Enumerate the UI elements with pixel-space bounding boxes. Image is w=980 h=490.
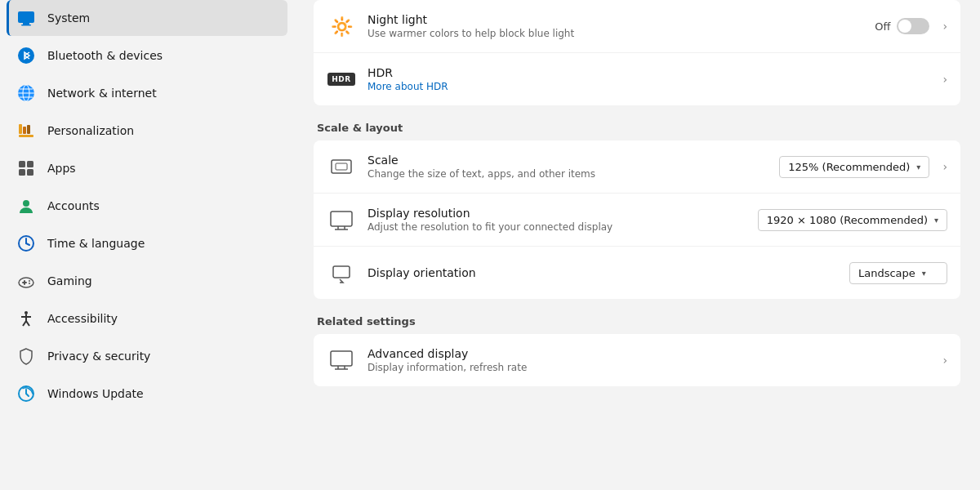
scale-text: Scale Change the size of text, apps, and…: [368, 154, 779, 180]
sidebar-item-bluetooth[interactable]: Bluetooth & devices: [7, 38, 287, 74]
night-light-chevron: ›: [942, 20, 947, 33]
sidebar-item-accessibility[interactable]: Accessibility: [7, 301, 287, 336]
hdr-title: HDR: [368, 66, 936, 79]
top-card: 🔆 Night light Use warmer colors to help …: [314, 0, 960, 105]
svg-point-26: [24, 311, 28, 314]
toggle-knob: [898, 20, 911, 33]
scale-dropdown-arrow: ▾: [916, 163, 920, 172]
display-resolution-title: Display resolution: [368, 207, 758, 220]
hdr-chevron: ›: [942, 73, 947, 86]
advanced-display-desc: Display information, refresh rate: [368, 362, 936, 373]
svg-rect-9: [19, 135, 33, 137]
apps-icon: [16, 158, 36, 178]
scale-layout-card: Scale Change the size of text, apps, and…: [314, 140, 960, 299]
svg-point-25: [29, 283, 30, 284]
related-settings-card: Advanced display Display information, re…: [314, 334, 960, 386]
svg-rect-16: [27, 169, 33, 176]
display-orientation-icon: [327, 258, 356, 287]
display-orientation-title: Display orientation: [368, 266, 849, 279]
top-section: 🔆 Night light Use warmer colors to help …: [314, 0, 960, 105]
hdr-row[interactable]: HDR HDR More about HDR ›: [314, 53, 960, 105]
svg-rect-34: [331, 212, 352, 226]
scale-desc: Change the size of text, apps, and other…: [368, 168, 779, 180]
display-resolution-dropdown[interactable]: 1920 × 1080 (Recommended) ▾: [758, 209, 947, 231]
svg-point-3: [18, 47, 34, 64]
sidebar-item-apps[interactable]: Apps: [7, 150, 287, 186]
advanced-display-chevron: ›: [942, 354, 947, 367]
privacy-icon: [16, 346, 36, 366]
sidebar-item-network[interactable]: Network & internet: [7, 75, 287, 111]
sidebar: System Bluetooth & devices Network & int…: [0, 0, 294, 490]
advanced-display-title: Advanced display: [368, 347, 936, 360]
hdr-right: ›: [936, 73, 947, 86]
system-icon: [16, 8, 36, 28]
night-light-controls: Off ›: [875, 18, 947, 34]
scale-dropdown[interactable]: 125% (Recommended) ▾: [779, 156, 929, 178]
display-orientation-arrow: ▾: [922, 269, 926, 278]
svg-rect-10: [19, 124, 22, 134]
sidebar-item-accounts[interactable]: Accounts: [7, 188, 287, 224]
svg-rect-33: [336, 163, 347, 170]
sidebar-label-network: Network & internet: [47, 87, 157, 100]
sidebar-item-system[interactable]: System: [7, 0, 287, 36]
display-orientation-dropdown[interactable]: Landscape ▾: [849, 262, 947, 284]
display-orientation-row[interactable]: Display orientation Landscape ▾: [314, 247, 960, 299]
display-orientation-text: Display orientation: [368, 266, 849, 279]
svg-rect-12: [27, 125, 30, 134]
network-icon: [16, 83, 36, 103]
sidebar-label-accessibility: Accessibility: [47, 312, 118, 325]
hdr-badge: HDR: [327, 73, 354, 86]
sidebar-label-update: Windows Update: [47, 387, 144, 400]
display-resolution-right: 1920 × 1080 (Recommended) ▾: [758, 209, 947, 231]
hdr-desc: More about HDR: [368, 81, 936, 92]
sidebar-label-system: System: [47, 11, 90, 24]
sidebar-label-privacy: Privacy & security: [47, 350, 150, 363]
time-icon: [16, 234, 36, 253]
svg-rect-2: [21, 24, 31, 26]
sidebar-item-gaming[interactable]: Gaming: [7, 263, 287, 299]
gaming-icon: [16, 271, 36, 291]
svg-line-20: [26, 243, 29, 245]
display-orientation-right: Landscape ▾: [849, 262, 947, 284]
sidebar-item-time[interactable]: Time & language: [7, 225, 287, 261]
scale-layout-title: Scale & layout: [314, 122, 960, 134]
display-resolution-text: Display resolution Adjust the resolution…: [368, 207, 758, 233]
svg-rect-13: [19, 161, 25, 167]
sidebar-item-personalization[interactable]: Personalization: [7, 113, 287, 149]
scale-row[interactable]: Scale Change the size of text, apps, and…: [314, 140, 960, 194]
sidebar-label-time: Time & language: [47, 237, 145, 250]
display-resolution-row[interactable]: Display resolution Adjust the resolution…: [314, 194, 960, 247]
night-light-toggle[interactable]: [897, 18, 929, 34]
svg-rect-23: [22, 282, 27, 283]
display-resolution-desc: Adjust the resolution to fit your connec…: [368, 221, 758, 233]
scale-right: 125% (Recommended) ▾ ›: [779, 156, 947, 178]
sidebar-label-personalization: Personalization: [47, 124, 134, 137]
svg-point-24: [29, 280, 30, 282]
advanced-display-row[interactable]: Advanced display Display information, re…: [314, 334, 960, 386]
advanced-display-right: ›: [936, 354, 947, 367]
svg-rect-38: [333, 266, 350, 278]
sidebar-item-update[interactable]: Windows Update: [7, 376, 287, 412]
night-light-text: Night light Use warmer colors to help bl…: [368, 13, 875, 39]
sidebar-item-privacy[interactable]: Privacy & security: [7, 338, 287, 374]
personalization-icon: [16, 121, 36, 140]
svg-line-30: [26, 321, 29, 326]
sidebar-label-apps: Apps: [47, 162, 76, 175]
night-light-row[interactable]: 🔆 Night light Use warmer colors to help …: [314, 0, 960, 53]
sidebar-label-bluetooth: Bluetooth & devices: [47, 49, 163, 62]
night-light-toggle-wrap: Off: [875, 18, 929, 34]
scale-dropdown-value: 125% (Recommended): [788, 161, 910, 173]
svg-rect-1: [23, 23, 29, 24]
sidebar-label-gaming: Gaming: [47, 274, 92, 287]
svg-rect-14: [27, 161, 33, 167]
related-settings-title: Related settings: [314, 315, 960, 327]
scale-icon: [327, 152, 356, 181]
svg-rect-39: [331, 351, 352, 366]
hdr-text: HDR More about HDR: [368, 66, 936, 92]
scale-chevron: ›: [942, 160, 947, 173]
update-icon: [16, 384, 36, 403]
related-settings-section: Related settings Advanced display Displa…: [314, 315, 960, 386]
hdr-link[interactable]: More about HDR: [368, 81, 448, 92]
accounts-icon: [16, 196, 36, 216]
night-light-icon: 🔆: [327, 11, 356, 41]
